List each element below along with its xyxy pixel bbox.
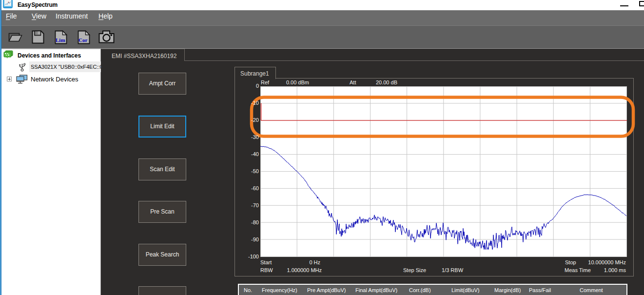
svg-text:Lim: Lim [56, 37, 65, 43]
svg-text:Cor: Cor [78, 37, 87, 43]
